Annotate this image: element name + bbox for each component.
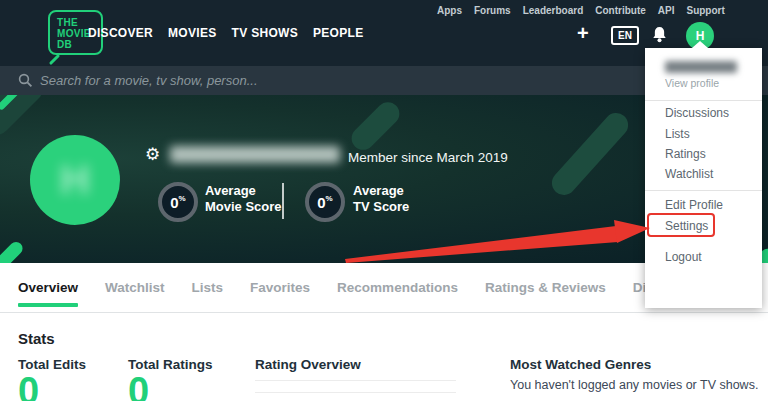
- dropdown-caret: [692, 41, 708, 48]
- username-redacted: [170, 146, 340, 163]
- search-icon: [18, 73, 33, 92]
- avatar-initial-blurred: H: [60, 156, 90, 204]
- menu-item-edit-profile[interactable]: Edit Profile: [665, 198, 723, 212]
- link-contribute[interactable]: Contribute: [595, 5, 646, 16]
- menu-item-view-profile[interactable]: View profile: [665, 77, 719, 89]
- edit-profile-gear-icon[interactable]: ⚙: [145, 144, 160, 164]
- menu-item-logout[interactable]: Logout: [665, 250, 702, 264]
- search-input[interactable]: [40, 66, 600, 95]
- average-movie-score-circle: 0%: [158, 182, 198, 222]
- total-ratings-value: 0: [128, 372, 149, 401]
- nav-item-people[interactable]: PEOPLE: [313, 26, 363, 40]
- link-forums[interactable]: Forums: [474, 5, 511, 16]
- profile-avatar: H: [30, 135, 120, 225]
- nav-item-discover[interactable]: DISCOVER: [88, 26, 153, 40]
- menu-item-discussions[interactable]: Discussions: [665, 106, 729, 120]
- rating-overview-divider: [255, 392, 456, 393]
- movie-score-value: 0: [170, 194, 178, 211]
- banner-decoration: [0, 239, 25, 263]
- tab-recommendations[interactable]: Recommendations: [337, 263, 458, 312]
- notifications-bell-icon[interactable]: [651, 26, 668, 49]
- rating-overview-label: Rating Overview: [255, 357, 361, 372]
- most-watched-genres-label: Most Watched Genres: [510, 357, 651, 372]
- tab-overview[interactable]: Overview: [18, 263, 78, 312]
- menu-item-settings[interactable]: Settings: [665, 219, 708, 233]
- dropdown-divider: [645, 100, 762, 101]
- dropdown-divider: [645, 190, 762, 191]
- dropdown-username-redacted: [665, 61, 737, 73]
- nav-item-tv-shows[interactable]: TV SHOWS: [232, 26, 298, 40]
- tab-lists[interactable]: Lists: [192, 263, 224, 312]
- stats-heading: Stats: [18, 330, 55, 347]
- average-tv-score-label: Average TV Score: [353, 183, 409, 215]
- link-apps[interactable]: Apps: [437, 5, 462, 16]
- most-watched-empty-note: You haven't logged any movies or TV show…: [510, 378, 758, 392]
- tmdb-profile-page: THE MOVIE DB DISCOVER MOVIES TV SHOWS PE…: [0, 0, 768, 401]
- logo-tail: [49, 54, 60, 65]
- add-new-icon[interactable]: +: [577, 22, 589, 45]
- banner-decoration: [547, 108, 633, 200]
- menu-item-watchlist[interactable]: Watchlist: [665, 167, 713, 181]
- average-tv-score-circle: 0%: [305, 182, 345, 222]
- banner-decoration: [347, 97, 404, 154]
- tv-score-value: 0: [317, 194, 325, 211]
- main-nav: DISCOVER MOVIES TV SHOWS PEOPLE: [88, 0, 363, 66]
- movie-score-unit: %: [179, 194, 186, 203]
- link-leaderboard[interactable]: Leaderboard: [523, 5, 584, 16]
- tv-score-unit: %: [326, 194, 333, 203]
- tab-favorites[interactable]: Favorites: [250, 263, 310, 312]
- tab-ratings-reviews[interactable]: Ratings & Reviews: [485, 263, 606, 312]
- secondary-nav: Apps Forums Leaderboard Contribute API S…: [437, 5, 725, 16]
- user-dropdown-menu: View profile Discussions Lists Ratings W…: [645, 48, 762, 308]
- total-edits-value: 0: [18, 372, 39, 401]
- tab-watchlist[interactable]: Watchlist: [105, 263, 165, 312]
- link-support[interactable]: Support: [686, 5, 724, 16]
- score-divider: [282, 183, 284, 219]
- nav-item-movies[interactable]: MOVIES: [168, 26, 216, 40]
- menu-item-ratings[interactable]: Ratings: [665, 147, 706, 161]
- menu-item-lists[interactable]: Lists: [665, 127, 690, 141]
- member-since-text: Member since March 2019: [348, 150, 508, 165]
- language-badge[interactable]: EN: [611, 26, 639, 45]
- link-api[interactable]: API: [658, 5, 675, 16]
- rating-overview-divider: [255, 380, 456, 381]
- average-movie-score-label: Average Movie Score: [205, 183, 282, 215]
